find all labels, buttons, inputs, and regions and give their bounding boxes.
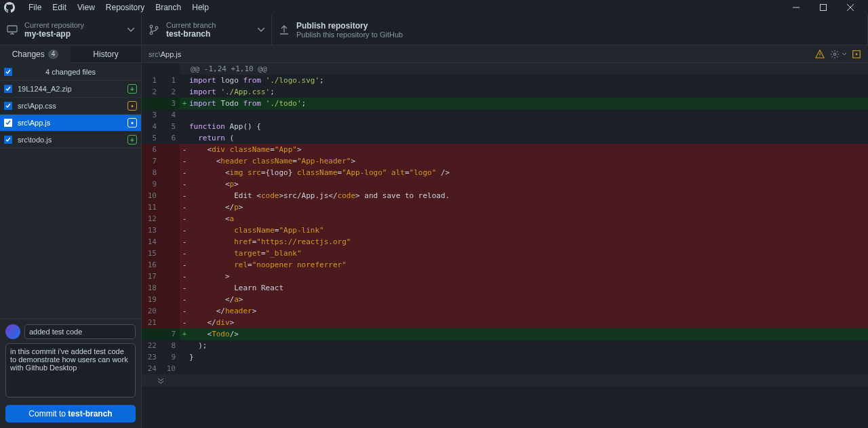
tab-changes[interactable]: Changes 4 — [0, 45, 71, 63]
diff-line: 34 — [142, 109, 868, 121]
svg-point-7 — [856, 54, 857, 55]
file-name: src\App.css — [18, 102, 127, 110]
diff-line: 6- <div className="App"> — [142, 144, 868, 155]
commit-button-prefix: Commit to — [28, 409, 68, 419]
tab-history-label: History — [93, 50, 118, 59]
diff-line: 10- Edit <code>src/App.js</code> and sav… — [142, 190, 868, 201]
diff-line: 56 return ( — [142, 132, 868, 144]
branch-value: test-branch — [166, 29, 254, 39]
expand-down-icon — [157, 376, 165, 385]
branch-label: Current branch — [166, 21, 254, 29]
minimize-button[interactable] — [783, 0, 810, 15]
svg-point-4 — [155, 26, 158, 29]
file-status-badge: + — [127, 135, 137, 144]
repo-value: my-test-app — [24, 29, 123, 39]
file-checkbox[interactable] — [4, 85, 12, 93]
file-checkbox[interactable] — [4, 102, 12, 110]
diff-line: 7- <header className="App-header"> — [142, 155, 868, 167]
close-button[interactable] — [837, 0, 864, 15]
diff-line: 2410 — [142, 363, 868, 374]
tab-changes-label: Changes — [12, 50, 45, 59]
file-row[interactable]: 19L1244_A2.zip+ — [0, 81, 141, 98]
sidebar: Changes 4 History 4 changed files 19L124… — [0, 45, 142, 428]
tab-history[interactable]: History — [71, 45, 141, 63]
upload-icon — [279, 24, 290, 35]
menu-item-view[interactable]: View — [72, 1, 100, 14]
file-row[interactable]: src\App.css• — [0, 98, 141, 115]
expand-icon[interactable] — [852, 50, 861, 59]
commit-area: Commit to test-branch — [0, 318, 141, 428]
menubar: FileEditViewRepositoryBranchHelp — [0, 0, 868, 15]
diff-line: 19- </a> — [142, 294, 868, 305]
menu-item-help[interactable]: Help — [186, 1, 214, 14]
svg-point-2 — [150, 25, 153, 28]
github-logo-icon — [4, 2, 15, 13]
tab-changes-count: 4 — [48, 50, 59, 59]
commit-button-branch: test-branch — [68, 409, 112, 419]
chevron-down-icon — [258, 28, 264, 32]
file-checkbox[interactable] — [4, 119, 12, 127]
svg-rect-0 — [821, 5, 827, 11]
chevron-down-icon — [127, 28, 134, 32]
menu-item-branch[interactable]: Branch — [150, 1, 186, 14]
diff-line: 18- Learn React — [142, 282, 868, 294]
file-name: src\todo.js — [18, 136, 127, 144]
diff-line: 45 function App() { — [142, 121, 868, 132]
diff-panel: src\App.js @@ -1,24 +1,10 @@ 11 import l… — [142, 45, 868, 428]
menu-item-repository[interactable]: Repository — [100, 1, 150, 14]
publish-subtitle: Publish this repository to GitHub — [296, 31, 861, 39]
publish-title: Publish repository — [296, 21, 861, 31]
file-row[interactable]: src\todo.js+ — [0, 132, 141, 149]
branch-selector[interactable]: Current branch test-branch — [142, 15, 272, 45]
file-checkbox[interactable] — [4, 136, 12, 144]
diff-line: 3+import Todo from './todo'; — [142, 98, 868, 109]
diff-hunk-header: @@ -1,24 +1,10 @@ — [142, 63, 868, 75]
diff-line: 17- > — [142, 271, 868, 282]
diff-line: 12- <a — [142, 213, 868, 225]
diff-line: 21- </div> — [142, 317, 868, 328]
warning-icon[interactable] — [815, 50, 825, 59]
diff-line: 11- </p> — [142, 201, 868, 213]
gear-icon[interactable] — [830, 50, 840, 59]
commit-button[interactable]: Commit to test-branch — [5, 405, 136, 423]
select-all-checkbox[interactable] — [4, 68, 12, 76]
chevron-down-icon[interactable] — [842, 53, 846, 56]
svg-point-3 — [150, 32, 153, 35]
svg-rect-1 — [7, 26, 17, 32]
file-row[interactable]: src\App.js• — [0, 115, 141, 132]
repo-selector[interactable]: Current repository my-test-app — [0, 15, 142, 45]
file-name: src\App.js — [18, 119, 127, 127]
menu-item-edit[interactable]: Edit — [47, 1, 72, 14]
diff-body[interactable]: @@ -1,24 +1,10 @@ 11 import logo from '.… — [142, 63, 868, 428]
toolbar: Current repository my-test-app Current b… — [0, 15, 868, 45]
diff-file-path: src\App.js — [149, 50, 181, 58]
diff-line: 16- rel="noopener noreferrer" — [142, 259, 868, 271]
desktop-icon — [7, 24, 18, 35]
commit-description-input[interactable] — [5, 343, 136, 397]
publish-button[interactable]: Publish repository Publish this reposito… — [272, 15, 868, 45]
file-list: 19L1244_A2.zip+src\App.css•src\App.js•sr… — [0, 81, 141, 318]
files-count-label: 4 changed files — [45, 68, 96, 76]
repo-label: Current repository — [24, 21, 123, 29]
file-name: 19L1244_A2.zip — [18, 85, 127, 93]
expand-down[interactable] — [142, 374, 868, 387]
diff-line: 8- <img src={logo} className="App-logo" … — [142, 167, 868, 178]
diff-line: 20- </header> — [142, 305, 868, 317]
file-status-badge: • — [127, 118, 137, 128]
menu-item-file[interactable]: File — [23, 1, 47, 14]
diff-line: 22 import './App.css'; — [142, 86, 868, 98]
branch-icon — [149, 24, 159, 35]
diff-line: 7+ <Todo/> — [142, 328, 868, 340]
maximize-button[interactable] — [810, 0, 837, 15]
diff-line: 11 import logo from './logo.svg'; — [142, 75, 868, 86]
diff-line: 15- target="_blank" — [142, 248, 868, 259]
file-status-badge: • — [127, 101, 137, 111]
svg-point-5 — [833, 53, 836, 56]
diff-line: 239 } — [142, 351, 868, 363]
diff-line: 228 ); — [142, 340, 868, 351]
diff-line: 14- href="https://reactjs.org" — [142, 236, 868, 248]
diff-line: 9- <p> — [142, 178, 868, 190]
commit-summary-input[interactable] — [24, 324, 136, 339]
file-status-badge: + — [127, 84, 137, 94]
window-controls — [783, 0, 864, 15]
